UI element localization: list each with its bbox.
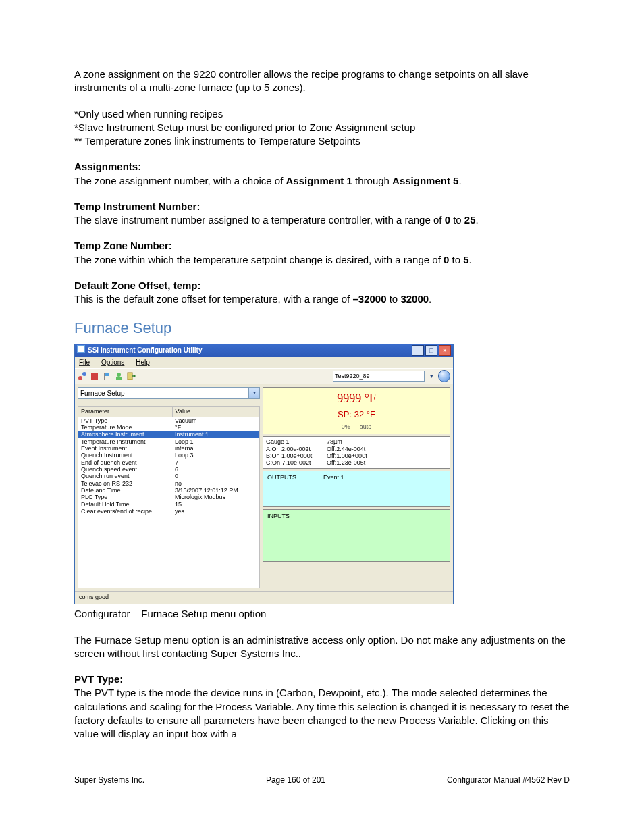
- menu-help[interactable]: Help: [136, 359, 150, 366]
- status-bar: coms good: [75, 591, 453, 604]
- value-cell: °F: [172, 424, 259, 431]
- parameter-table: Parameter Value PVT TypeVacuumTemperatur…: [78, 406, 260, 588]
- footer-right: Configurator Manual #4562 Rev D: [447, 775, 570, 785]
- furnace-setup-heading: Furnace Setup: [74, 318, 570, 338]
- table-row[interactable]: End of quench event7: [78, 459, 259, 466]
- table-row[interactable]: Default Hold Time15: [78, 501, 259, 508]
- stop-icon[interactable]: [90, 371, 99, 381]
- outputs-panel: OUTPUTS Event 1: [263, 471, 450, 507]
- table-row[interactable]: Quench InstrumentLoop 3: [78, 452, 259, 459]
- temp-zone-text: The zone within which the temperature se…: [74, 254, 444, 265]
- table-row[interactable]: Quench speed event6: [78, 466, 259, 473]
- svg-rect-8: [116, 377, 122, 380]
- table-row[interactable]: Quench run event0: [78, 473, 259, 479]
- section-dropdown-value: Furnace Setup: [80, 389, 125, 398]
- close-button[interactable]: ×: [439, 345, 451, 356]
- value-cell: yes: [172, 508, 259, 515]
- temp-zone-label: Temp Zone Number:: [74, 240, 172, 251]
- window-title: SSi Instrument Configuration Utility: [88, 346, 202, 355]
- param-cell: PVT Type: [78, 417, 172, 424]
- param-cell: Default Hold Time: [78, 501, 172, 508]
- temp-instr-bold-b: 25: [464, 214, 476, 226]
- default-offset-label: Default Zone Offset, temp:: [74, 280, 201, 291]
- temp-instr-label: Temp Instrument Number:: [74, 201, 200, 212]
- param-cell: Temperature Instrument: [78, 438, 172, 445]
- table-row[interactable]: Temperature InstrumentLoop 1: [78, 438, 259, 445]
- temperature-mode: auto: [360, 423, 372, 431]
- param-cell: Date and Time: [78, 487, 172, 494]
- value-cell: 15: [172, 501, 259, 508]
- gauge-c-off: Off:1.23e-005t: [327, 459, 387, 466]
- section-dropdown[interactable]: Furnace Setup ▾: [78, 387, 260, 399]
- temperature-value: 9999 °F: [267, 390, 446, 407]
- svg-point-2: [78, 376, 82, 380]
- menu-options[interactable]: Options: [101, 359, 124, 366]
- gauge-title: Gauge 1: [266, 438, 327, 445]
- assignments-mid: through: [355, 175, 392, 186]
- connect-icon[interactable]: [78, 371, 87, 381]
- table-row[interactable]: Temperature Mode°F: [78, 424, 259, 431]
- pvt-text: The PVT type is the mode the device runs…: [74, 687, 569, 739]
- footer-center: Page 160 of 201: [266, 775, 325, 785]
- maximize-button[interactable]: □: [425, 345, 437, 356]
- device-combo[interactable]: Test9220_89: [333, 371, 425, 382]
- pvt-section: PVT Type: The PVT type is the mode the d…: [74, 673, 570, 741]
- minimize-button[interactable]: _: [412, 345, 424, 356]
- combo-arrow-icon[interactable]: ▾: [427, 372, 435, 380]
- help-round-icon[interactable]: [438, 370, 450, 382]
- value-cell: Vacuum: [172, 417, 259, 424]
- temp-instr-text: The slave instrument number assigned to …: [74, 214, 445, 226]
- temperature-panel: 9999 °F SP: 32 °F 0% auto: [263, 387, 450, 434]
- temp-instr-bold-a: 0: [445, 214, 450, 226]
- note-line: ** Temperature zones link instruments to…: [74, 134, 570, 148]
- param-cell: Clear events/end of recipe: [78, 508, 172, 515]
- default-offset-section: Default Zone Offset, temp: This is the d…: [74, 279, 570, 307]
- svg-rect-6: [105, 373, 109, 376]
- param-cell: Quench run event: [78, 473, 172, 479]
- login-icon[interactable]: [114, 371, 124, 381]
- gauge-a-off: Off:2.44e-004t: [327, 446, 387, 452]
- param-cell: PLC Type: [78, 494, 172, 500]
- assignments-label: Assignments:: [74, 161, 141, 172]
- value-cell: Instrument 1: [172, 431, 259, 438]
- intro-paragraph: A zone assignment on the 9220 controller…: [74, 68, 570, 95]
- value-cell: 3/15/2007 12:01:12 PM: [172, 487, 259, 494]
- table-row[interactable]: Event Instrumentinternal: [78, 445, 259, 452]
- value-cell: 0: [172, 473, 259, 479]
- col-value[interactable]: Value: [172, 407, 259, 417]
- exit-icon[interactable]: [126, 371, 136, 381]
- menu-file[interactable]: File: [79, 359, 90, 366]
- svg-point-7: [117, 373, 121, 377]
- inputs-panel: INPUTS: [263, 509, 450, 562]
- note-line: *Slave Instrument Setup must be configur…: [74, 121, 570, 134]
- table-row[interactable]: PVT TypeVacuum: [78, 417, 259, 424]
- table-row[interactable]: PLC TypeMicrologix Modbus: [78, 494, 259, 500]
- assignments-end: .: [458, 175, 461, 186]
- param-cell: Temperature Mode: [78, 424, 172, 431]
- param-cell: Televac on RS-232: [78, 480, 172, 487]
- temp-instr-mid: to: [453, 214, 464, 226]
- flag-icon[interactable]: [102, 371, 111, 381]
- pvt-label: PVT Type:: [74, 673, 123, 685]
- temperature-percent: 0%: [342, 423, 350, 431]
- gauge-reading: 78µm: [327, 438, 387, 445]
- assignments-text: The zone assignment number, with a choic…: [74, 175, 286, 186]
- table-row[interactable]: Date and Time3/15/2007 12:01:12 PM: [78, 487, 259, 494]
- window-titlebar: SSi Instrument Configuration Utility _ □…: [75, 344, 453, 357]
- col-parameter[interactable]: Parameter: [78, 407, 172, 417]
- default-offset-end: .: [429, 293, 431, 305]
- toolbar: Test9220_89 ▾: [75, 368, 453, 384]
- svg-rect-9: [128, 373, 132, 380]
- table-row[interactable]: Clear events/end of recipeyes: [78, 508, 259, 515]
- gauge-panel: Gauge 1 78µm A:On 2.00e-002t Off:2.44e-0…: [263, 436, 450, 468]
- furnace-paragraph: The Furnace Setup menu option is an admi…: [74, 633, 570, 661]
- table-row[interactable]: Atmosphere InstrumentInstrument 1: [78, 431, 259, 438]
- table-row[interactable]: Televac on RS-232no: [78, 480, 259, 487]
- param-cell: Event Instrument: [78, 445, 172, 452]
- temp-instr-end: .: [476, 214, 479, 226]
- temp-zone-bold-a: 0: [444, 254, 449, 265]
- app-icon: [77, 345, 85, 356]
- svg-point-3: [82, 372, 86, 376]
- outputs-label: OUTPUTS: [267, 473, 296, 481]
- inputs-label: INPUTS: [267, 513, 290, 519]
